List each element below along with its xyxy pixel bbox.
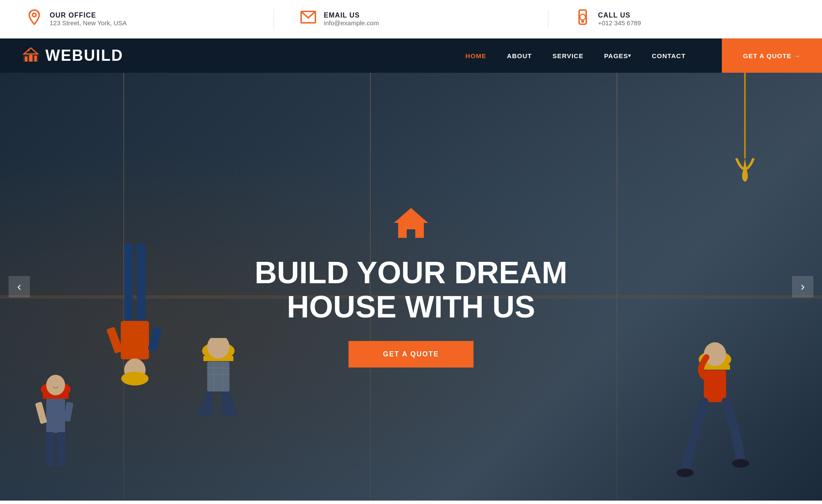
email-icon (300, 10, 317, 28)
nav-links: HOME ABOUT SERVICE PAGES CONTACT GET A Q… (464, 39, 822, 73)
logo-icon (21, 44, 40, 67)
svg-point-41 (732, 459, 749, 468)
svg-rect-39 (704, 370, 726, 402)
email-text: EMAIL US info@example.com (324, 12, 379, 27)
hero-title: BUILD YOUR DREAM HOUSE WITH US (255, 256, 568, 323)
svg-point-0 (33, 13, 36, 17)
svg-rect-14 (46, 399, 65, 433)
office-info: OUR OFFICE 123 Street, New York, USA (0, 9, 274, 30)
top-bar: OUR OFFICE 123 Street, New York, USA EMA… (0, 0, 822, 39)
nav-service[interactable]: SERVICE (551, 39, 585, 73)
svg-point-15 (46, 375, 65, 395)
svg-rect-16 (46, 432, 54, 466)
hero-content: BUILD YOUR DREAM HOUSE WITH US GET A QUO… (255, 206, 568, 367)
email-info: EMAIL US info@example.com (274, 10, 548, 28)
navbar: WEBUILD HOME ABOUT SERVICE PAGES CONTACT… (0, 39, 822, 73)
svg-rect-6 (25, 56, 27, 62)
svg-rect-17 (57, 432, 65, 466)
phone-icon (574, 9, 591, 30)
call-text: CALL US +012 345 6789 (598, 12, 641, 27)
hero-section: BUILD YOUR DREAM HOUSE WITH US GET A QUO… (0, 73, 822, 501)
worker-left (0, 287, 128, 501)
svg-rect-10 (28, 49, 30, 51)
nav-about[interactable]: ABOUT (505, 39, 533, 73)
location-icon (26, 9, 43, 30)
carousel-next-button[interactable]: › (792, 276, 813, 297)
svg-point-4 (580, 14, 585, 20)
logo[interactable]: WEBUILD (0, 44, 145, 67)
svg-rect-21 (137, 244, 146, 321)
svg-point-3 (582, 21, 583, 22)
rope-decoration-3 (616, 73, 617, 501)
nav-cta-button[interactable]: GET A QUOTE → (722, 39, 822, 73)
svg-marker-42 (394, 208, 428, 238)
nav-contact[interactable]: CONTACT (650, 39, 687, 73)
logo-text: WEBUILD (45, 47, 123, 65)
svg-rect-18 (35, 402, 47, 424)
worker-center (171, 338, 265, 466)
svg-rect-31 (207, 362, 229, 391)
office-text: OUR OFFICE 123 Street, New York, USA (50, 12, 127, 27)
worker-right (651, 308, 758, 501)
hero-house-icon (392, 206, 430, 246)
hero-cta-button[interactable]: GET A QUOTE (348, 341, 473, 368)
nav-home[interactable]: HOME (464, 39, 488, 73)
svg-point-40 (676, 468, 694, 477)
crane-hook (724, 73, 766, 186)
svg-marker-9 (24, 48, 38, 54)
call-info: CALL US +012 345 6789 (548, 9, 822, 30)
svg-rect-8 (34, 56, 37, 62)
svg-rect-7 (29, 55, 33, 62)
nav-pages[interactable]: PAGES (602, 39, 633, 73)
carousel-prev-button[interactable]: ‹ (9, 276, 30, 297)
svg-point-38 (704, 342, 726, 366)
svg-rect-24 (148, 326, 162, 351)
